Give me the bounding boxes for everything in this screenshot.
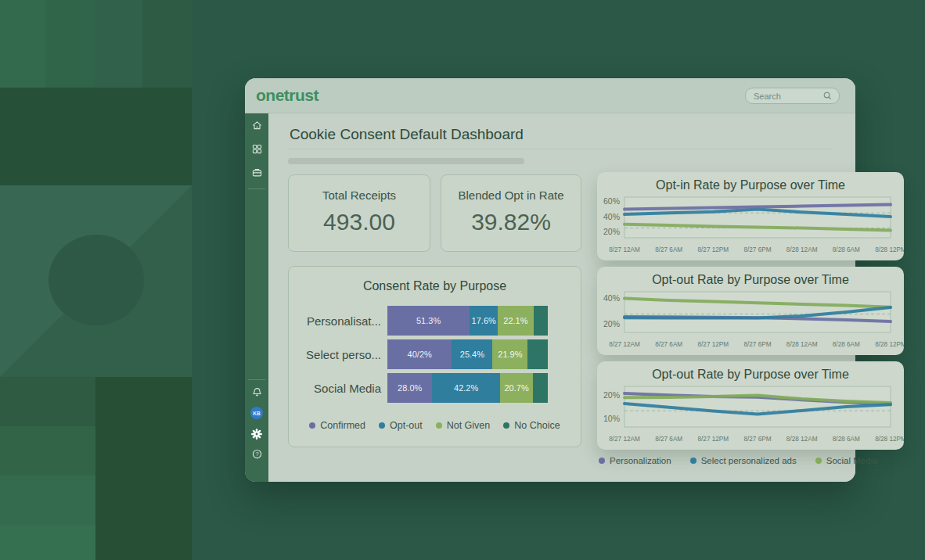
svg-text:40%: 40% [603, 293, 620, 303]
kpi-value: 493.00 [289, 209, 430, 235]
svg-text:8/28 6AM: 8/28 6AM [833, 246, 860, 253]
sidebar-item-notifications[interactable] [245, 383, 268, 400]
legend-label: No Choice [514, 420, 560, 431]
svg-text:8/27 6PM: 8/27 6PM [743, 341, 771, 348]
home-icon [251, 120, 263, 131]
kpi-card-total-receipts: Total Receipts 493.00 [288, 174, 430, 252]
bar-segment-no-choice [534, 306, 548, 336]
legend-label: Social Media [826, 456, 878, 465]
kpi-card-blended-opt-in: Blended Opt in Rate 39.82% [441, 174, 581, 252]
legend-item: Not Given [436, 420, 491, 431]
avatar[interactable]: KB [250, 407, 263, 419]
line-chart: 40%20%8/27 12AM8/27 6AM8/27 12PM8/27 6PM… [597, 290, 904, 355]
chart-title: Consent Rate by Purpose [289, 279, 581, 293]
bg-rect [0, 426, 95, 476]
bar-row: Personalisat...51.3%17.6%22.1% [289, 306, 581, 336]
bar-category-label: Social Media [289, 373, 381, 403]
svg-text:8/27 6AM: 8/27 6AM [655, 246, 682, 253]
legend-dot-icon [503, 422, 509, 429]
bg-circle [49, 235, 144, 325]
legend-label: Confirmed [320, 420, 365, 431]
bar-row: Social Media28.0%42.2%20.7% [289, 373, 581, 403]
legend-item: Select personalized ads [690, 456, 797, 465]
svg-text:10%: 10% [603, 414, 620, 423]
legend-item: Social Media [815, 456, 878, 465]
legend-item: Opt-out [379, 420, 423, 431]
sidebar-item-profile[interactable]: KB [245, 404, 268, 422]
legend-dot-icon [690, 458, 696, 464]
svg-text:8/28 6AM: 8/28 6AM [833, 341, 860, 348]
opt-in-rate-chart-card: Opt-in Rate by Purpose over Time 60%40%2… [597, 172, 904, 260]
svg-text:8/27 12PM: 8/27 12PM [698, 436, 729, 443]
sidebar-item-apps[interactable] [245, 140, 268, 157]
bg-rect [0, 88, 192, 185]
time-series-legend: PersonalizationSelect personalized adsSo… [599, 456, 878, 465]
legend-dot-icon [379, 422, 385, 429]
svg-text:8/27 12PM: 8/27 12PM [698, 341, 729, 348]
search-input[interactable] [754, 92, 822, 101]
legend-item: Personalization [599, 456, 671, 465]
kpi-label: Total Receipts [289, 188, 430, 202]
svg-text:8/27 6AM: 8/27 6AM [655, 341, 682, 348]
bar-track: 51.3%17.6%22.1% [387, 306, 548, 336]
bar-segment-opt-out: 42.2% [432, 373, 500, 403]
legend-label: Not Given [447, 420, 491, 431]
opt-out-rate-chart-card-1: Opt-out Rate by Purpose over Time 40%20%… [597, 267, 904, 355]
bar-segment-confirmed: 51.3% [387, 306, 470, 336]
sidebar-item-home[interactable] [245, 117, 268, 134]
legend-dot-icon [599, 458, 605, 464]
bar-segment-confirmed: 40/2% [387, 339, 452, 369]
bar-category-label: Personalisat... [289, 306, 381, 336]
svg-text:8/28 12AM: 8/28 12AM [786, 341, 818, 348]
sidebar-item-settings[interactable] [245, 425, 268, 443]
sidebar-divider [248, 379, 265, 380]
bar-chart-legend: ConfirmedOpt-outNot GivenNo Choice [289, 420, 581, 431]
bg-rect [0, 526, 95, 560]
svg-text:8/27 6PM: 8/27 6PM [743, 246, 771, 253]
svg-text:8/27 12AM: 8/27 12AM [609, 341, 640, 348]
bg-rect [94, 0, 142, 88]
consent-rate-chart-card: Consent Rate by Purpose Personalisat...5… [288, 266, 581, 447]
svg-text:8/27 12AM: 8/27 12AM [609, 436, 640, 443]
svg-text:40%: 40% [603, 212, 620, 221]
sidebar-item-inbox[interactable] [245, 163, 268, 181]
bar-segment-confirmed: 28.0% [387, 373, 432, 403]
bg-rect [45, 0, 94, 88]
svg-text:8/28 12AM: 8/28 12AM [786, 436, 818, 443]
line-chart: 60%40%20%8/27 12AM8/27 6AM8/27 12PM8/27 … [597, 196, 904, 260]
legend-dot-icon [309, 422, 315, 429]
chart-title: Opt-out Rate by Purpose over Time [597, 273, 904, 287]
svg-text:60%: 60% [603, 196, 620, 206]
apps-grid-icon [251, 143, 263, 155]
legend-label: Select personalized ads [701, 456, 797, 465]
bg-rect [0, 0, 45, 88]
svg-text:8/28 12AM: 8/28 12AM [786, 246, 818, 253]
gear-icon [250, 428, 263, 440]
sidebar-item-help[interactable]: ? [245, 445, 268, 462]
bar-segment-no-choice [533, 373, 548, 403]
svg-text:20%: 20% [603, 319, 620, 328]
search-box[interactable] [745, 88, 840, 104]
bar-track: 28.0%42.2%20.7% [387, 373, 548, 403]
page-title: Cookie Consent Default Dashboard [290, 126, 524, 143]
svg-text:8/28 12PM: 8/28 12PM [875, 436, 904, 443]
kpi-value: 39.82% [441, 209, 581, 235]
bar-category-label: Select perso... [289, 339, 381, 369]
legend-item: No Choice [503, 420, 560, 431]
svg-text:8/27 6PM: 8/27 6PM [743, 436, 771, 443]
stacked-bar-chart: Personalisat...51.3%17.6%22.1%Select per… [289, 306, 581, 407]
bar-segment-not-given: 21.9% [492, 339, 527, 369]
help-icon: ? [251, 448, 263, 460]
sidebar: KB ? [245, 113, 268, 482]
bar-track: 40/2%25.4%21.9% [387, 339, 548, 369]
opt-out-rate-chart-card-2: Opt-out Rate by Purpose over Time 20%10%… [597, 361, 904, 450]
bg-rect [95, 377, 192, 560]
legend-label: Opt-out [390, 420, 423, 431]
search-icon [822, 91, 833, 101]
bg-rect [0, 476, 95, 526]
svg-text:8/27 12AM: 8/27 12AM [609, 246, 640, 253]
chart-title: Opt-out Rate by Purpose over Time [597, 368, 904, 382]
legend-item: Confirmed [309, 420, 365, 431]
legend-label: Personalization [610, 456, 671, 465]
svg-text:20%: 20% [603, 390, 620, 400]
